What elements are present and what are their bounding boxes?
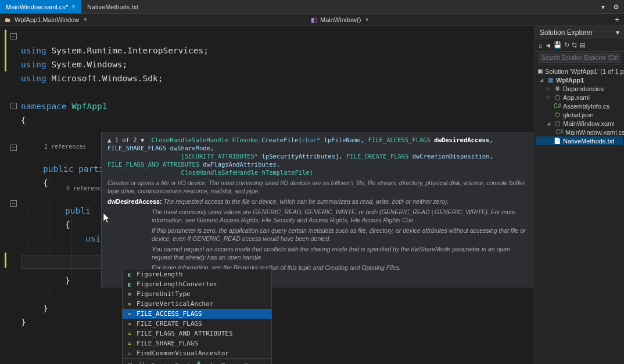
class-dropdown[interactable]: WpfApp1.MainWindow	[15, 16, 79, 23]
filter-enum-icon[interactable]: ≡	[173, 361, 181, 364]
chevron-down-icon[interactable]: ▼	[364, 17, 370, 23]
solution-explorer-toolbar: ⌂ ◄ 💾 ↻ ⇆ ▤	[535, 39, 624, 52]
solution-tree: ▣ Solution 'WpfApp1' (1 of 1 project) ◢ …	[535, 64, 624, 364]
json-icon: ⬡	[554, 111, 561, 118]
refresh-icon[interactable]: ↻	[564, 41, 569, 49]
method-icon: ◇	[126, 350, 133, 357]
filter-interface-icon[interactable]: {}	[138, 361, 146, 364]
filter-delegate-icon[interactable]: ⚡	[184, 361, 192, 364]
code-nav-bar: 🖿 WpfApp1.MainWindow ▼ ◧ MainWindow() ▼ …	[0, 14, 624, 26]
save-icon[interactable]: 💾	[554, 41, 562, 49]
fold-toggle[interactable]	[10, 103, 17, 109]
search-input[interactable]	[539, 53, 621, 63]
class-icon: 🖿	[5, 16, 11, 23]
project-node[interactable]: ◢ ▦ WpfApp1	[536, 75, 623, 84]
tab-label: MainWindow.xaml.cs*	[6, 3, 68, 10]
sync-icon[interactable]: ⇆	[572, 41, 577, 49]
solution-node[interactable]: ▣ Solution 'WpfApp1' (1 of 1 project)	[536, 67, 623, 75]
dropdown-icon[interactable]: ▾	[598, 2, 608, 12]
intellisense-item[interactable]: ◇FindCommonVisualAncestor	[123, 348, 271, 358]
filter-icon[interactable]: ▤	[579, 41, 585, 49]
cs-file-icon: C#	[556, 129, 563, 135]
csproj-icon: ▦	[547, 77, 554, 83]
intellisense-popup: ◧FigureLength◧FigureLengthConverter≡Figu…	[122, 269, 272, 364]
file-node-mainwindow-cs[interactable]: C# MainWindow.xaml.cs	[536, 128, 623, 136]
filter-struct-icon[interactable]: ◦	[161, 361, 169, 364]
filter-method-icon[interactable]: 🔧	[196, 361, 204, 364]
dependencies-node[interactable]: ▷ ⚙ Dependencies	[536, 84, 623, 93]
filter-class-icon[interactable]: ◧	[149, 361, 157, 364]
param-summary: Creates or opens a file or I/O device. T…	[107, 179, 527, 195]
filter-field-icon[interactable]: ▣	[219, 361, 227, 364]
gear-icon[interactable]: ⚙	[611, 2, 621, 12]
expand-icon[interactable]: ◢	[547, 121, 551, 126]
filter-snippet-icon[interactable]: ◻	[242, 361, 250, 364]
expand-icon[interactable]: ▷	[547, 95, 551, 100]
solution-icon: ▣	[537, 68, 543, 74]
xaml-icon: ▢	[554, 120, 561, 127]
dropdown-icon[interactable]: ▾	[616, 28, 619, 37]
intellisense-filter-bar: ⊞ {} ◧ ◦ ≡ ⚡ 🔧 ◆ ▣ ▭ ◻	[123, 358, 271, 364]
panel-title: Solution Explorer ▾	[535, 26, 624, 39]
fold-toggle[interactable]	[10, 33, 17, 39]
solution-search	[535, 52, 624, 64]
close-icon[interactable]: ×	[71, 3, 76, 11]
method-icon: ◧	[311, 16, 317, 24]
tab-label: NativeMethods.txt	[87, 3, 138, 10]
back-icon[interactable]: ◄	[545, 42, 551, 49]
txt-file-icon: 📄	[554, 138, 561, 144]
solution-explorer: Solution Explorer ▾ ⌂ ◄ 💾 ↻ ⇆ ▤ ▣ Soluti…	[535, 26, 624, 364]
member-dropdown[interactable]: MainWindow()	[320, 16, 361, 23]
tab-nativemethods[interactable]: NativeMethods.txt	[81, 0, 144, 13]
file-node-mainwindow-xaml[interactable]: ◢ ▢ MainWindow.xaml	[536, 119, 623, 128]
plus-icon[interactable]: +	[612, 15, 622, 24]
cs-file-icon: C#	[554, 103, 561, 109]
code-content: using System.Runtime.InteropServices; us…	[0, 26, 535, 127]
xaml-icon: ▢	[554, 94, 561, 100]
filter-property-icon[interactable]: ◆	[207, 361, 216, 364]
file-node-app-xaml[interactable]: ▷ ▢ App.xaml	[536, 93, 623, 102]
overload-nav[interactable]: ▲ 1 of 2 ▼	[107, 136, 144, 143]
file-node-nativemethods[interactable]: 📄 NativeMethods.txt	[536, 136, 623, 145]
chevron-down-icon[interactable]: ▼	[83, 17, 88, 23]
file-node-globaljson[interactable]: ⬡ global.json	[536, 110, 623, 119]
dependencies-icon: ⚙	[554, 85, 561, 92]
document-tabs: MainWindow.xaml.cs* × NativeMethods.txt …	[0, 0, 624, 14]
change-indicator	[5, 30, 6, 71]
expand-icon[interactable]: ▷	[547, 86, 551, 91]
filter-local-icon[interactable]: ⊞	[126, 361, 134, 364]
tab-mainwindow-cs[interactable]: MainWindow.xaml.cs* ×	[0, 0, 81, 13]
file-node-assemblyinfo[interactable]: C# AssemblyInfo.cs	[536, 102, 623, 110]
filter-namespace-icon[interactable]: ▭	[231, 361, 239, 364]
home-icon[interactable]: ⌂	[539, 42, 543, 49]
code-editor[interactable]: using System.Runtime.InteropServices; us…	[0, 26, 535, 364]
parameter-info-tooltip: ▲ 1 of 2 ▼ CloseHandleSafeHandle PInvoke…	[101, 132, 533, 287]
expand-icon[interactable]: ◢	[540, 77, 544, 82]
intellisense-item-label: FindCommonVisualAncestor	[137, 347, 229, 361]
